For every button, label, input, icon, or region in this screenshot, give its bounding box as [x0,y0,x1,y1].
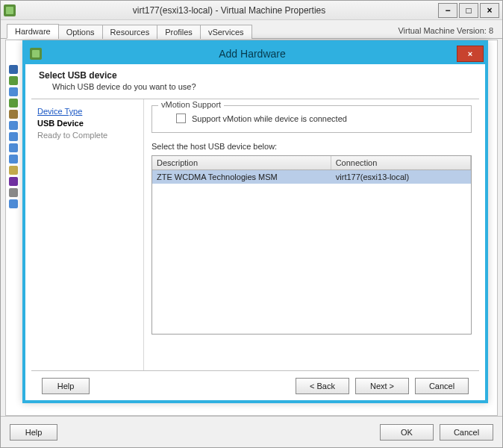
dialog-footer: Help < Back Next > Cancel [31,370,479,400]
column-description[interactable]: Description [152,156,331,169]
device-icon [9,177,18,186]
device-icon [9,65,18,74]
parent-help-button[interactable]: Help [10,424,57,441]
dialog-help-button[interactable]: Help [42,378,90,394]
device-icon [9,188,18,197]
parent-titlebar: virt177(esxi13-local) - Virtual Machine … [1,1,502,20]
dialog-close-button[interactable]: × [457,46,484,62]
device-icon-strip [9,63,19,393]
wizard-nav: Device Type USB Device Ready to Complete [31,99,143,370]
device-icon [9,110,18,119]
device-icon [9,132,18,141]
cell-description: ZTE WCDMA Technologies MSM [152,170,331,184]
dialog-header-subtitle: Which USB device do you want to use? [39,82,472,91]
tab-hardware[interactable]: Hardware [7,24,59,39]
dialog-header-title: Select USB device [39,70,472,81]
close-button[interactable]: × [480,3,499,18]
device-icon [9,87,18,96]
parent-tabs: Hardware Options Resources Profiles vSer… [1,20,502,39]
device-icon [9,143,18,152]
vsphere-icon [4,4,16,16]
dialog-title: Add Hardware [48,48,457,60]
dialog-header: Select USB device Which USB device do yo… [25,64,485,99]
parent-footer: Help OK Cancel [1,416,502,447]
usb-device-table: Description Connection ZTE WCDMA Technol… [151,155,472,335]
nav-ready-to-complete: Ready to Complete [37,131,137,140]
add-hardware-dialog: Add Hardware × Select USB device Which U… [22,40,488,403]
window-controls: − □ × [437,3,499,18]
parent-ok-button[interactable]: OK [380,424,434,441]
wizard-main: vMotion Support Support vMotion while de… [143,99,479,370]
column-connection[interactable]: Connection [331,156,471,169]
dialog-cancel-button[interactable]: Cancel [415,378,469,394]
dialog-titlebar: Add Hardware × [25,43,485,64]
tab-vservices[interactable]: vServices [200,25,252,39]
table-header: Description Connection [152,156,471,170]
device-icon [9,199,18,208]
dialog-content: Device Type USB Device Ready to Complete… [31,99,479,370]
nav-usb-device: USB Device [37,119,137,128]
table-row[interactable]: ZTE WCDMA Technologies MSM virt177(esxi1… [152,170,471,184]
vmotion-support-group: vMotion Support Support vMotion while de… [151,105,472,133]
parent-cancel-button[interactable]: Cancel [440,424,493,441]
device-icon [9,76,18,85]
vsphere-icon [30,48,42,60]
vmotion-checkbox-label: Support vMotion while device is connecte… [192,114,347,123]
back-button[interactable]: < Back [296,378,349,394]
cell-connection: virt177(esxi13-local) [331,170,471,184]
minimize-button[interactable]: − [438,3,457,18]
tab-profiles[interactable]: Profiles [157,25,201,39]
vmotion-legend: vMotion Support [158,100,224,109]
tab-options[interactable]: Options [58,25,103,39]
parent-window-title: virt177(esxi13-local) - Virtual Machine … [22,5,437,16]
device-icon [9,121,18,130]
device-icon [9,166,18,175]
maximize-button[interactable]: □ [459,3,478,18]
device-icon [9,155,18,164]
vm-version-label: Virtual Machine Version: 8 [398,26,496,35]
usb-list-label: Select the host USB device below: [151,142,472,151]
next-button[interactable]: Next > [355,378,409,394]
tab-resources[interactable]: Resources [102,25,158,39]
vmotion-checkbox-row: Support vMotion while device is connecte… [161,113,462,123]
nav-device-type[interactable]: Device Type [37,107,137,116]
device-icon [9,99,18,108]
vmotion-checkbox[interactable] [176,113,186,123]
